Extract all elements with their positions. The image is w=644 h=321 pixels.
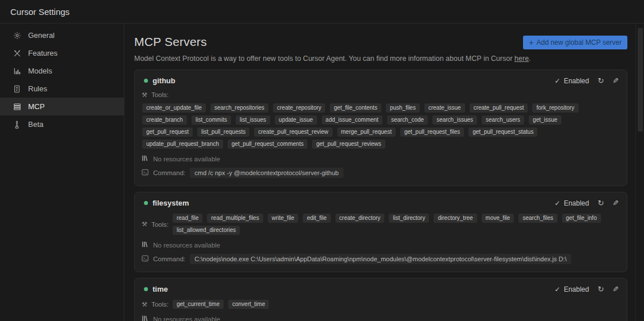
refresh-icon[interactable]: ↻: [598, 77, 604, 84]
sidebar-item-label: General: [28, 31, 54, 40]
edit-icon[interactable]: ✎: [612, 77, 619, 84]
tool-tag: list_allowed_directories: [173, 226, 240, 235]
tool-tag: get_pull_request_files: [400, 127, 464, 137]
command-row: Command: cmd /c npx -y @modelcontextprot…: [142, 168, 619, 178]
settings-sidebar: General Features: [0, 24, 124, 321]
check-icon: ✓: [555, 199, 560, 207]
models-icon: [12, 66, 22, 76]
mcp-server-card: time ✓ Enabled ↻ ✎ ⚒ Tools: get_current_…: [134, 278, 627, 321]
resources-icon: [142, 315, 149, 321]
tool-tag: get_file_contents: [330, 103, 381, 113]
tool-tag: create_repository: [273, 103, 325, 113]
mcp-server-card: filesystem ✓ Enabled ↻ ✎ ⚒ Tools: read_f…: [134, 192, 627, 272]
server-enabled-toggle[interactable]: ✓ Enabled: [555, 285, 589, 293]
tool-tag: get_pull_request_comments: [228, 140, 308, 149]
section-title: MCP Servers: [134, 35, 207, 49]
server-status-dot: [144, 201, 148, 205]
server-card-list: github ✓ Enabled ↻ ✎ ⚒ Tools: create_or_…: [134, 69, 627, 321]
server-name: time: [153, 285, 168, 293]
command-label: Command:: [153, 169, 185, 176]
sidebar-item-rules[interactable]: Rules: [0, 80, 124, 98]
terminal-icon: [142, 255, 149, 263]
tool-tag: push_files: [386, 103, 420, 113]
command-text: cmd /c npx -y @modelcontextprotocol/serv…: [190, 168, 343, 178]
resources-row: No resources available: [142, 315, 619, 321]
tool-tag: get_issue: [529, 115, 561, 125]
sidebar-item-label: Beta: [28, 120, 44, 129]
sidebar-item-mcp[interactable]: MCP: [0, 98, 124, 115]
server-enabled-toggle[interactable]: ✓ Enabled: [555, 199, 589, 207]
mcp-icon: [12, 102, 22, 111]
sidebar-item-models[interactable]: Models: [0, 62, 124, 80]
command-label: Command:: [153, 256, 185, 262]
tool-tag: read_multiple_files: [207, 214, 263, 223]
resources-text: No resources available: [153, 316, 220, 321]
sidebar-item-beta[interactable]: Beta: [0, 115, 124, 133]
tools-row: ⚒ Tools: get_current_timeconvert_time: [142, 300, 619, 309]
tool-tag: update_issue: [275, 115, 317, 125]
refresh-icon[interactable]: ↻: [598, 285, 604, 293]
edit-icon[interactable]: ✎: [612, 285, 619, 293]
enabled-label: Enabled: [564, 199, 589, 207]
tool-tag: write_file: [268, 214, 298, 223]
tool-tag: get_pull_request_reviews: [312, 140, 385, 149]
edit-icon[interactable]: ✎: [612, 199, 619, 207]
sidebar-item-label: MCP: [28, 102, 45, 111]
rules-icon: [12, 84, 22, 94]
tool-tag: list_directory: [389, 214, 429, 223]
tool-tag: convert_time: [228, 300, 269, 309]
check-icon: ✓: [555, 285, 560, 293]
tool-tag: list_commits: [192, 115, 231, 125]
gear-icon: [12, 30, 22, 40]
command-text: C:\nodejs\node.exe C:\Users\admin\AppDat…: [190, 254, 571, 264]
tool-tag: directory_tree: [434, 214, 477, 223]
beta-icon: [12, 119, 22, 129]
enabled-label: Enabled: [564, 285, 589, 293]
check-icon: ✓: [555, 77, 560, 85]
server-enabled-toggle[interactable]: ✓ Enabled: [555, 77, 589, 85]
add-global-mcp-server-button[interactable]: + Add new global MCP server: [523, 36, 627, 49]
page-title: Cursor Settings: [10, 7, 69, 17]
tools-label: Tools:: [151, 221, 169, 228]
tool-tag: create_pull_request: [470, 103, 528, 113]
mcp-server-card: github ✓ Enabled ↻ ✎ ⚒ Tools: create_or_…: [134, 69, 627, 186]
tool-tag: list_issues: [236, 115, 270, 125]
tool-tag: search_issues: [432, 115, 477, 125]
enabled-label: Enabled: [564, 77, 589, 85]
tool-tag: read_file: [173, 214, 202, 223]
scrollbar-thumb[interactable]: [638, 28, 643, 132]
tool-tag: update_pull_request_branch: [142, 140, 223, 149]
sidebar-item-general[interactable]: General: [0, 26, 124, 44]
tool-tag: get_file_info: [562, 214, 601, 223]
refresh-icon[interactable]: ↻: [598, 199, 604, 207]
tools-label: Tools:: [151, 91, 169, 98]
tool-tag: merge_pull_request: [337, 127, 396, 137]
description-text: Model Context Protocol is a way to offer…: [134, 55, 514, 63]
server-name: filesystem: [153, 199, 189, 207]
tool-tag: get_pull_request: [142, 127, 193, 137]
tool-tag: create_or_update_file: [142, 103, 206, 113]
scrollbar-track[interactable]: [635, 24, 644, 321]
section-description: Model Context Protocol is a way to offer…: [134, 55, 627, 63]
server-status-dot: [144, 287, 148, 291]
resources-row: No resources available: [142, 241, 619, 249]
tool-tag: create_pull_request_review: [254, 127, 332, 137]
tool-tag: fork_repository: [532, 103, 578, 113]
resources-text: No resources available: [153, 156, 220, 163]
resources-icon: [142, 155, 149, 163]
tool-tag: list_pull_requests: [197, 127, 249, 137]
mcp-docs-link[interactable]: here: [514, 55, 529, 63]
tools-icon: [12, 48, 22, 58]
tools-tag-list: get_current_timeconvert_time: [173, 300, 269, 309]
titlebar: Cursor Settings: [0, 0, 644, 24]
sidebar-item-label: Features: [28, 49, 57, 57]
command-row: Command: C:\nodejs\node.exe C:\Users\adm…: [142, 254, 619, 264]
tool-tag: add_issue_comment: [322, 115, 383, 125]
plus-icon: +: [529, 38, 533, 47]
tools-row: ⚒ Tools: create_or_update_filesearch_rep…: [142, 91, 619, 149]
sidebar-item-features[interactable]: Features: [0, 44, 124, 62]
sidebar-item-label: Rules: [28, 84, 47, 93]
tool-tag: edit_file: [303, 214, 330, 223]
description-period: .: [529, 55, 530, 63]
tools-icon: ⚒: [142, 301, 147, 308]
